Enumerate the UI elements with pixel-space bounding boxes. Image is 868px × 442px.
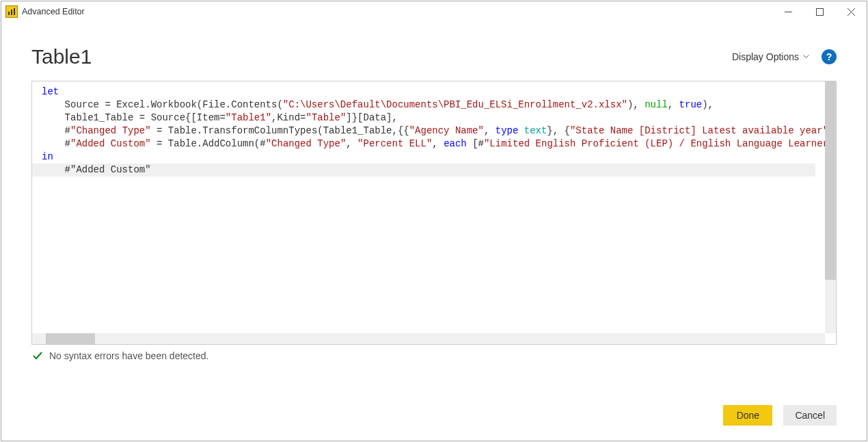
code-line: #"Changed Type" = Table.TransformColumnT… — [42, 125, 825, 136]
vertical-scrollbar[interactable] — [825, 81, 836, 333]
scrollbar-thumb[interactable] — [825, 81, 836, 280]
header: Table1 Display Options ? — [1, 22, 867, 75]
header-right: Display Options ? — [732, 49, 837, 64]
window-title: Advanced Editor — [22, 7, 85, 16]
display-options-label: Display Options — [732, 51, 799, 62]
code-line: Table1_Table = Source{[Item="Table1",Kin… — [42, 112, 398, 123]
chevron-down-icon — [803, 55, 809, 59]
minimize-button[interactable] — [772, 1, 804, 22]
code-content[interactable]: let Source = Excel.Workbook(File.Content… — [32, 81, 825, 333]
svg-rect-4 — [816, 8, 823, 15]
close-button[interactable] — [835, 1, 867, 22]
maximize-button[interactable] — [804, 1, 835, 22]
svg-rect-1 — [11, 10, 12, 15]
display-options-dropdown[interactable]: Display Options — [732, 51, 809, 62]
code-line: in — [42, 151, 53, 162]
done-button[interactable]: Done — [723, 405, 772, 426]
svg-rect-0 — [8, 12, 10, 15]
code-line: #"Added Custom" = Table.AddColumn(#"Chan… — [42, 138, 825, 149]
cancel-button[interactable]: Cancel — [783, 405, 837, 426]
footer-buttons: Done Cancel — [723, 405, 837, 426]
page-title: Table1 — [31, 45, 92, 68]
code-line-highlighted: #"Added Custom" — [32, 164, 815, 177]
window-controls — [772, 1, 867, 22]
check-icon — [31, 350, 44, 362]
horizontal-scrollbar[interactable] — [32, 333, 825, 344]
help-icon[interactable]: ? — [822, 49, 837, 64]
code-line: let — [42, 86, 59, 97]
scrollbar-thumb[interactable] — [46, 333, 95, 344]
window-frame: Advanced Editor Table1 Display Options ?… — [1, 1, 867, 441]
code-line: Source = Excel.Workbook(File.Contents("C… — [42, 99, 714, 110]
code-editor[interactable]: let Source = Excel.Workbook(File.Content… — [31, 81, 837, 345]
status-message: No syntax errors have been detected. — [49, 350, 208, 361]
app-icon — [5, 5, 18, 18]
titlebar: Advanced Editor — [1, 1, 867, 22]
svg-rect-2 — [14, 8, 15, 15]
status-bar: No syntax errors have been detected. — [31, 350, 837, 362]
